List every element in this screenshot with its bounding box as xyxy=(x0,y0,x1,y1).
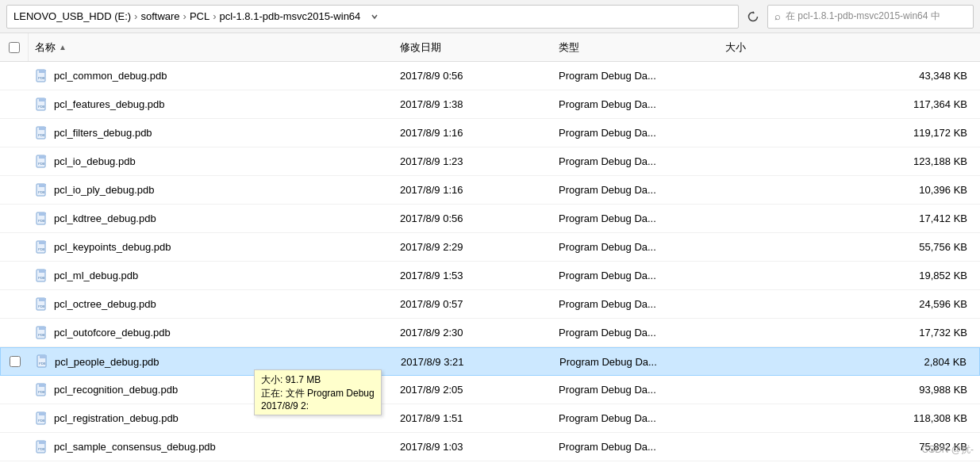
row-name-cell: PDB pcl_keypoints_debug.pdb xyxy=(29,240,394,254)
row-size-cell: 17,412 KB xyxy=(719,212,980,224)
row-date-cell: 2017/8/9 0:56 xyxy=(394,70,552,82)
search-icon: ⌕ xyxy=(774,10,781,22)
table-row[interactable]: PDB pcl_sample_consensus_debug.pdb2017/8… xyxy=(0,433,980,461)
row-size-cell: 123,188 KB xyxy=(719,155,980,167)
row-type-cell: Program Debug Da... xyxy=(552,155,719,167)
breadcrumb-drive[interactable]: LENOVO_USB_HDD (E:) xyxy=(13,10,131,22)
row-type-cell: Program Debug Da... xyxy=(552,241,719,253)
svg-text:PDB: PDB xyxy=(38,76,45,80)
row-date-cell: 2017/8/9 2:05 xyxy=(394,384,552,396)
pdb-file-icon: PDB xyxy=(36,354,50,369)
row-type-cell: Program Debug Da... xyxy=(552,298,719,310)
svg-rect-21 xyxy=(39,212,45,216)
row-date-cell: 2017/8/9 1:16 xyxy=(394,127,552,139)
sort-arrow-icon: ▲ xyxy=(59,43,67,52)
row-size-cell: 10,396 KB xyxy=(719,184,980,196)
search-placeholder: 在 pcl-1.8.1-pdb-msvc2015-win64 中 xyxy=(786,10,940,23)
table-row[interactable]: PDB pcl_features_debug.pdb2017/8/9 1:38P… xyxy=(0,90,980,119)
row-name-cell: PDB pcl_kdtree_debug.pdb xyxy=(29,212,394,226)
header-checkbox-area[interactable] xyxy=(0,33,29,61)
svg-text:PDB: PDB xyxy=(39,362,46,365)
breadcrumb-container: LENOVO_USB_HDD (E:) › software › PCL › p… xyxy=(6,5,739,29)
table-row[interactable]: PDB pcl_filters_debug.pdb2017/8/9 1:16Pr… xyxy=(0,119,980,147)
pdb-file-icon: PDB xyxy=(35,69,49,83)
column-type-header[interactable]: 类型 xyxy=(552,33,719,61)
pdb-file-icon: PDB xyxy=(35,411,49,426)
row-type-cell: Program Debug Da... xyxy=(552,270,719,281)
row-type-cell: Program Debug Da... xyxy=(552,98,719,110)
svg-rect-10 xyxy=(44,127,46,128)
table-row[interactable]: PDB pcl_keypoints_debug.pdb2017/8/9 2:29… xyxy=(0,233,980,262)
search-box[interactable]: ⌕ 在 pcl-1.8.1-pdb-msvc2015-win64 中 xyxy=(767,5,974,29)
table-row[interactable]: PDB pcl_people_debug.pdb2017/8/9 3:21Pro… xyxy=(0,347,980,376)
row-size-cell: 24,596 KB xyxy=(719,298,980,310)
pdb-file-icon: PDB xyxy=(35,98,49,112)
row-filename-text: pcl_features_debug.pdb xyxy=(54,98,165,110)
pdb-file-icon: PDB xyxy=(35,440,49,454)
row-filename-text: pcl_keypoints_debug.pdb xyxy=(54,241,171,253)
svg-rect-42 xyxy=(45,355,47,357)
svg-text:PDB: PDB xyxy=(38,219,45,223)
table-row[interactable]: PDB pcl_io_debug.pdb2017/8/9 1:23Program… xyxy=(0,147,980,176)
column-date-header[interactable]: 修改日期 xyxy=(394,33,552,61)
column-headers: 名称 ▲ 修改日期 类型 大小 xyxy=(0,33,980,62)
breadcrumb-pcl[interactable]: PCL xyxy=(190,10,209,22)
row-date-cell: 2017/8/9 3:21 xyxy=(394,356,553,368)
refresh-button[interactable] xyxy=(742,6,764,28)
row-type-cell: Program Debug Da... xyxy=(552,327,719,339)
dropdown-arrow[interactable] xyxy=(367,6,382,27)
row-filename-text: pcl_io_debug.pdb xyxy=(54,155,136,167)
row-name-cell: PDB pcl_features_debug.pdb xyxy=(29,98,394,112)
svg-text:PDB: PDB xyxy=(38,276,45,280)
pdb-file-icon: PDB xyxy=(35,297,49,312)
tooltip-line2: 正在: 文件 Program Debug xyxy=(261,387,375,400)
row-filename-text: pcl_recognition_debug.pdb xyxy=(54,384,178,396)
svg-rect-37 xyxy=(39,327,45,330)
row-name-cell: PDB pcl_filters_debug.pdb xyxy=(29,126,394,140)
row-filename-text: pcl_filters_debug.pdb xyxy=(54,127,152,139)
svg-rect-49 xyxy=(39,412,45,415)
pdb-file-icon: PDB xyxy=(35,155,49,169)
row-name-cell: PDB pcl_sample_consensus_debug.pdb xyxy=(29,440,394,454)
table-row[interactable]: PDB pcl_recognition_debug.pdb2017/8/9 2:… xyxy=(0,376,980,404)
svg-rect-26 xyxy=(44,241,46,243)
row-size-cell: 93,988 KB xyxy=(719,384,980,396)
table-row[interactable]: PDB pcl_io_ply_debug.pdb2017/8/9 1:16Pro… xyxy=(0,176,980,205)
svg-text:PDB: PDB xyxy=(38,333,45,337)
row-checkbox[interactable] xyxy=(10,356,21,367)
svg-rect-54 xyxy=(44,441,46,442)
svg-text:PDB: PDB xyxy=(38,419,45,423)
table-row[interactable]: PDB pcl_common_debug.pdb2017/8/9 0:56Pro… xyxy=(0,62,980,90)
row-size-cell: 118,308 KB xyxy=(719,412,980,424)
column-name-header[interactable]: 名称 ▲ xyxy=(29,33,394,61)
svg-rect-5 xyxy=(39,98,45,101)
pdb-file-icon: PDB xyxy=(35,183,49,197)
row-name-cell: PDB pcl_io_ply_debug.pdb xyxy=(29,183,394,197)
row-date-cell: 2017/8/9 1:16 xyxy=(394,184,552,196)
row-filename-text: pcl_registration_debug.pdb xyxy=(54,412,179,424)
breadcrumb-software[interactable]: software xyxy=(140,10,179,22)
table-row[interactable]: PDB pcl_octree_debug.pdb2017/8/9 0:57Pro… xyxy=(0,290,980,319)
svg-text:PDB: PDB xyxy=(38,190,45,194)
file-list: PDB pcl_common_debug.pdb2017/8/9 0:56Pro… xyxy=(0,62,980,463)
row-checkbox-cell[interactable] xyxy=(1,356,29,367)
svg-rect-50 xyxy=(44,412,46,414)
table-row[interactable]: PDB pcl_kdtree_debug.pdb2017/8/9 0:56Pro… xyxy=(0,205,980,233)
svg-rect-17 xyxy=(39,184,45,187)
row-date-cell: 2017/8/9 2:30 xyxy=(394,327,552,339)
csdn-watermark: CSDN @扰- xyxy=(921,443,974,457)
svg-rect-45 xyxy=(39,384,45,387)
svg-text:PDB: PDB xyxy=(38,105,45,109)
tooltip-line3: 2017/8/9 2: xyxy=(261,400,375,411)
row-type-cell: Program Debug Da... xyxy=(552,127,719,139)
breadcrumb-final[interactable]: pcl-1.8.1-pdb-msvc2015-win64 xyxy=(220,10,361,22)
select-all-checkbox[interactable] xyxy=(9,42,20,53)
column-size-header[interactable]: 大小 xyxy=(719,33,980,61)
breadcrumb-dropdown[interactable] xyxy=(367,6,382,27)
svg-text:PDB: PDB xyxy=(38,162,45,166)
row-type-cell: Program Debug Da... xyxy=(552,441,719,453)
table-row[interactable]: PDB pcl_outofcore_debug.pdb2017/8/9 2:30… xyxy=(0,319,980,347)
table-row[interactable]: PDB pcl_ml_debug.pdb2017/8/9 1:53Program… xyxy=(0,262,980,290)
table-row[interactable]: PDB pcl_registration_debug.pdb2017/8/9 1… xyxy=(0,404,980,433)
svg-rect-46 xyxy=(44,384,46,385)
